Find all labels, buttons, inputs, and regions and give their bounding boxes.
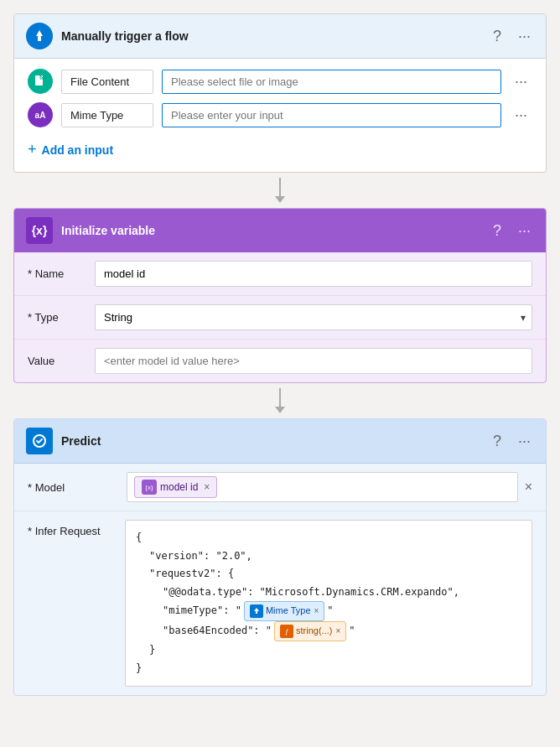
init-variable-title: Initialize variable xyxy=(61,224,481,237)
trigger-title: Manually trigger a flow xyxy=(61,29,481,43)
add-input-button[interactable]: + Add an input xyxy=(28,136,113,162)
init-variable-icon: {x} xyxy=(26,217,53,244)
string-inline-tag: f string(...) × xyxy=(274,621,346,641)
value-input[interactable] xyxy=(95,348,532,374)
name-input[interactable] xyxy=(95,261,532,287)
svg-rect-3 xyxy=(256,611,257,614)
file-content-more-button[interactable]: ··· xyxy=(510,71,532,92)
arrow-head-1 xyxy=(275,196,285,203)
value-row: Value xyxy=(14,340,546,382)
mime-type-icon-label: aA xyxy=(35,111,46,120)
model-clear-icon[interactable]: × xyxy=(525,480,532,495)
init-variable-header: {x} Initialize variable ? ··· xyxy=(14,209,546,252)
function-tag-icon: f xyxy=(280,625,293,638)
name-row: * Name xyxy=(14,252,546,296)
value-label: Value xyxy=(28,355,86,367)
connector-1 xyxy=(13,173,547,208)
json-line-6: "base64Encoded": " f string(...) × " xyxy=(163,621,521,641)
arrow-head-2 xyxy=(275,407,285,413)
predict-header: Predict ? ··· xyxy=(14,419,546,464)
trigger-tag-icon xyxy=(250,604,263,618)
trigger-body: File Content ··· aA Mime Type ··· + Add … xyxy=(14,59,546,172)
predict-actions: ? ··· xyxy=(490,432,534,450)
init-variable-icon-label: {x} xyxy=(32,224,48,237)
trigger-actions: ? ··· xyxy=(490,27,534,45)
mime-type-more-button[interactable]: ··· xyxy=(510,105,532,126)
json-line-7: } xyxy=(136,641,521,660)
json-line-2: "version": "2.0", xyxy=(136,547,521,566)
svg-rect-0 xyxy=(38,36,41,41)
arrow-line-2 xyxy=(279,388,281,407)
connector-2 xyxy=(13,383,547,418)
mime-type-input[interactable] xyxy=(162,103,501,127)
model-tag-close-icon[interactable]: × xyxy=(204,481,210,493)
string-tag-close-icon[interactable]: × xyxy=(335,624,340,639)
predict-title: Predict xyxy=(61,434,481,448)
init-variable-card: {x} Initialize variable ? ··· * Name * T… xyxy=(13,208,547,383)
init-variable-help-button[interactable]: ? xyxy=(490,221,505,240)
mime-type-icon: aA xyxy=(28,102,53,127)
json-editor[interactable]: { "version": "2.0", "requestv2": { "@@od… xyxy=(125,520,532,687)
add-input-label: Add an input xyxy=(42,143,114,157)
file-content-input[interactable] xyxy=(162,70,501,94)
model-field-input[interactable]: {x} model id × xyxy=(127,472,518,502)
init-variable-more-button[interactable]: ··· xyxy=(515,221,534,240)
file-content-row: File Content ··· xyxy=(28,69,532,94)
arrow-down-2 xyxy=(275,388,285,413)
mime-type-tag-close-icon[interactable]: × xyxy=(314,604,319,619)
model-label: * Model xyxy=(28,481,120,494)
file-content-icon xyxy=(28,69,53,94)
init-variable-body: * Name * Type String ▾ Value xyxy=(14,252,546,382)
json-line-3: "requestv2": { xyxy=(136,565,521,584)
file-content-label: File Content xyxy=(61,70,153,94)
json-line-4: "@@odata.type": "Microsoft.Dynamics.CRM.… xyxy=(136,584,521,602)
json-line-1: { xyxy=(136,529,521,547)
model-row: * Model {x} model id × × xyxy=(14,464,546,511)
init-variable-actions: ? ··· xyxy=(490,221,534,240)
mime-type-tag-label: Mime Type xyxy=(266,603,311,620)
arrow-down-1 xyxy=(275,178,285,203)
arrow-line-1 xyxy=(279,178,281,196)
name-label: * Name xyxy=(28,267,86,280)
string-tag-label: string(...) xyxy=(296,623,332,640)
type-select-wrapper: String ▾ xyxy=(95,304,532,330)
json-line-5: "mimeType": " Mime Type × " xyxy=(163,601,521,621)
predict-more-button[interactable]: ··· xyxy=(515,432,534,450)
type-select[interactable]: String xyxy=(95,304,532,330)
type-row: * Type String ▾ xyxy=(14,296,546,340)
trigger-card: Manually trigger a flow ? ··· File Conte… xyxy=(13,13,547,173)
trigger-help-button[interactable]: ? xyxy=(490,27,505,45)
type-label: * Type xyxy=(28,311,86,324)
trigger-more-button[interactable]: ··· xyxy=(515,27,534,45)
mime-type-inline-tag: Mime Type × xyxy=(244,601,324,621)
mime-type-label: Mime Type xyxy=(61,103,153,127)
predict-help-button[interactable]: ? xyxy=(490,432,505,450)
model-id-tag: {x} model id × xyxy=(134,476,217,498)
model-tag-label: model id xyxy=(160,481,198,493)
predict-card: Predict ? ··· * Model {x} model id × × *… xyxy=(13,418,547,696)
trigger-card-header: Manually trigger a flow ? ··· xyxy=(14,14,546,59)
infer-label: * Infer Request xyxy=(28,525,118,537)
predict-icon xyxy=(26,428,53,454)
infer-request-row: * Infer Request { "version": "2.0", "req… xyxy=(14,511,546,695)
mime-type-row: aA Mime Type ··· xyxy=(28,102,532,127)
json-line-8: } xyxy=(136,660,521,678)
add-input-plus-icon: + xyxy=(28,141,37,158)
trigger-icon xyxy=(26,23,53,49)
variable-icon: {x} xyxy=(142,480,157,495)
